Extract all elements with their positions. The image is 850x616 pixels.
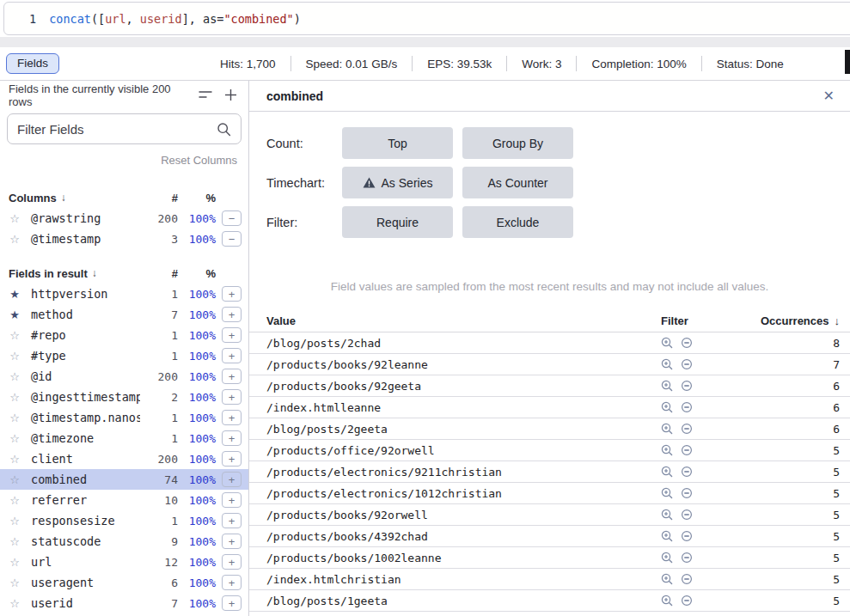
field-row[interactable]: ☆combined74100%+	[0, 469, 248, 490]
value-row[interactable]: /blog/posts/1geeta5	[249, 590, 850, 612]
field-row[interactable]: ☆userid7100%+	[0, 593, 248, 613]
add-field-icon[interactable]	[224, 88, 237, 101]
add-column-button[interactable]: +	[222, 534, 242, 549]
page-scrollbar-thumb[interactable]	[845, 50, 850, 74]
star-filled-icon[interactable]: ★	[8, 288, 21, 301]
require-filter-icon[interactable]	[661, 530, 673, 542]
add-column-button[interactable]: +	[222, 327, 242, 343]
star-outline-icon[interactable]: ☆	[8, 576, 21, 589]
require-filter-icon[interactable]	[661, 573, 673, 585]
exclude-filter-icon[interactable]	[681, 337, 693, 349]
require-filter-icon[interactable]	[661, 444, 673, 456]
star-outline-icon[interactable]: ☆	[8, 535, 21, 548]
add-column-button[interactable]: +	[222, 451, 242, 467]
field-row[interactable]: ☆useragent6100%+	[0, 572, 248, 593]
add-column-button[interactable]: +	[222, 389, 242, 405]
add-column-button[interactable]: +	[222, 492, 242, 508]
star-outline-icon[interactable]: ☆	[8, 597, 21, 610]
add-column-button[interactable]: +	[222, 430, 242, 446]
field-row[interactable]: ☆#type1100%+	[0, 345, 248, 366]
field-row[interactable]: ☆responsesize1100%+	[0, 510, 248, 531]
query-editor[interactable]: 1 concat([url, userid], as="combined")	[3, 2, 850, 35]
add-column-button[interactable]: +	[222, 307, 242, 322]
exclude-filter-icon[interactable]	[681, 380, 693, 392]
as-counter-button[interactable]: As Counter	[462, 167, 573, 198]
add-column-button[interactable]: +	[222, 348, 242, 363]
exclude-filter-icon[interactable]	[681, 530, 693, 542]
value-row[interactable]: /index.htmlchristian5	[249, 569, 850, 590]
exclude-filter-icon[interactable]	[681, 595, 693, 607]
add-column-button[interactable]: +	[222, 595, 242, 611]
require-filter-icon[interactable]	[661, 401, 673, 413]
exclude-filter-icon[interactable]	[681, 358, 693, 370]
add-column-button[interactable]: +	[222, 286, 242, 302]
top-button[interactable]: Top	[342, 127, 453, 159]
star-filled-icon[interactable]: ★	[8, 308, 21, 321]
value-row[interactable]: /index.htmlleanne6	[249, 397, 850, 418]
star-outline-icon[interactable]: ☆	[8, 412, 21, 424]
value-row[interactable]: /products/electronics/9211christian5	[249, 461, 850, 483]
value-row[interactable]: /products/books/1002leanne5	[249, 547, 850, 569]
field-row[interactable]: ☆@rawstring200100%−	[0, 208, 248, 229]
require-filter-icon[interactable]	[661, 466, 673, 478]
field-row[interactable]: ★httpversion1100%+	[0, 284, 248, 304]
star-outline-icon[interactable]: ☆	[8, 212, 21, 225]
value-row[interactable]: /products/office/92orwell5	[249, 440, 850, 461]
value-row[interactable]: /products/books/92orwell5	[249, 504, 850, 526]
add-column-button[interactable]: +	[222, 513, 242, 528]
require-filter-icon[interactable]	[661, 552, 673, 564]
exclude-filter-icon[interactable]	[681, 552, 693, 564]
field-row[interactable]: ☆@id200100%+	[0, 366, 248, 387]
require-filter-icon[interactable]	[661, 423, 673, 435]
exclude-filter-icon[interactable]	[681, 423, 693, 435]
require-filter-icon[interactable]	[661, 337, 673, 349]
close-icon[interactable]: ✕	[819, 86, 839, 106]
star-outline-icon[interactable]: ☆	[8, 350, 21, 363]
value-row[interactable]: /products/books/92geeta6	[249, 375, 850, 397]
field-row[interactable]: ☆referrer10100%+	[0, 490, 248, 510]
value-row[interactable]	[249, 612, 850, 616]
filter-list-icon[interactable]	[199, 89, 212, 101]
value-row[interactable]: /products/electronics/1012christian5	[249, 483, 850, 504]
exclude-filter-icon[interactable]	[681, 487, 693, 499]
field-row[interactable]: ☆@timezone1100%+	[0, 428, 248, 448]
field-row[interactable]: ☆url12100%+	[0, 552, 248, 572]
star-outline-icon[interactable]: ☆	[8, 233, 21, 246]
require-filter-icon[interactable]	[661, 595, 673, 607]
star-outline-icon[interactable]: ☆	[8, 515, 21, 528]
exclude-filter-icon[interactable]	[681, 466, 693, 478]
group-by-button[interactable]: Group By	[462, 127, 573, 159]
remove-column-button[interactable]: −	[222, 210, 242, 226]
field-row[interactable]: ☆@timestamp3100%−	[0, 229, 248, 249]
require-filter-icon[interactable]	[661, 380, 673, 392]
star-outline-icon[interactable]: ☆	[8, 329, 21, 342]
require-button[interactable]: Require	[342, 206, 453, 238]
field-row[interactable]: ☆client200100%+	[0, 448, 248, 469]
field-row[interactable]: ★method7100%+	[0, 304, 248, 325]
star-outline-icon[interactable]: ☆	[8, 432, 21, 445]
fields-button[interactable]: Fields	[6, 53, 59, 74]
as-series-button[interactable]: As Series	[342, 167, 453, 198]
star-outline-icon[interactable]: ☆	[8, 391, 21, 404]
star-outline-icon[interactable]: ☆	[8, 473, 21, 486]
add-column-button[interactable]: +	[222, 575, 242, 590]
field-row[interactable]: ☆@ingesttimestamp2100%+	[0, 387, 248, 407]
add-column-button[interactable]: +	[222, 554, 242, 570]
sort-desc-icon[interactable]: ↓	[61, 192, 66, 204]
add-column-button[interactable]: +	[222, 472, 242, 487]
require-filter-icon[interactable]	[661, 358, 673, 370]
exclude-filter-icon[interactable]	[681, 401, 693, 413]
exclude-filter-icon[interactable]	[681, 509, 693, 521]
field-row[interactable]: ☆statuscode9100%+	[0, 531, 248, 552]
exclude-filter-icon[interactable]	[681, 444, 693, 456]
star-outline-icon[interactable]: ☆	[8, 453, 21, 466]
reset-columns-link[interactable]: Reset Columns	[161, 154, 237, 167]
field-row[interactable]: ☆@timestamp.nanos1100%+	[0, 407, 248, 428]
filter-fields-input[interactable]	[17, 122, 211, 137]
value-row[interactable]: /blog/posts/2chad8	[249, 332, 850, 354]
occurrences-column-header[interactable]: Occurrences↓	[755, 314, 850, 327]
value-row[interactable]: /blog/posts/2geeta6	[249, 418, 850, 440]
field-row[interactable]: ☆#repo1100%+	[0, 325, 248, 345]
remove-column-button[interactable]: −	[222, 231, 242, 247]
exclude-filter-icon[interactable]	[681, 573, 693, 585]
